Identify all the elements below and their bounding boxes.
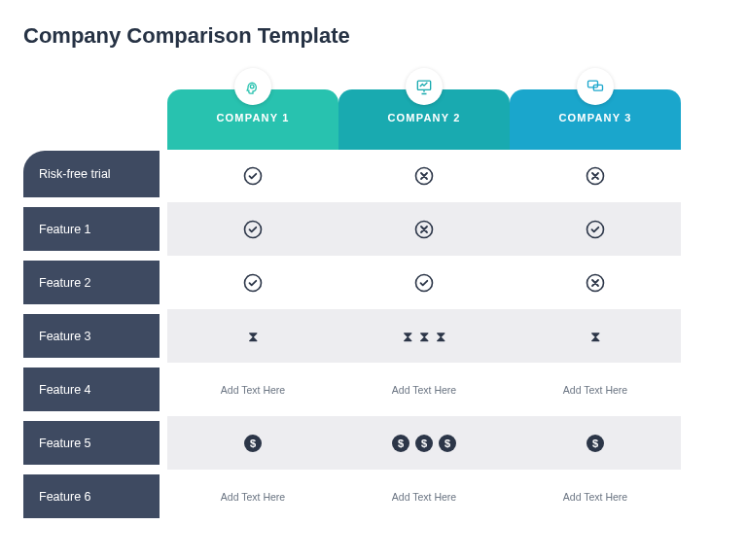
placeholder-text: Add Text Here — [392, 384, 456, 396]
placeholder-text-cell: Add Text Here — [167, 470, 338, 523]
dollar-icon-cell: $ — [167, 416, 338, 470]
dollar-icon: $ — [439, 435, 456, 452]
placeholder-text: Add Text Here — [221, 384, 285, 396]
placeholder-text-cell: Add Text Here — [338, 363, 510, 416]
row-label: Feature 6 — [23, 474, 160, 518]
check-icon-cell — [167, 146, 338, 202]
dollar-icon: $ — [392, 435, 409, 452]
hourglass-icon-cell: ⧗ — [510, 309, 681, 363]
comparison-table: COMPANY 1 COMPANY 2 CO — [23, 74, 724, 523]
hourglass-icon: ⧗ — [248, 328, 259, 345]
check-icon — [243, 220, 263, 239]
row-label: Feature 4 — [23, 368, 160, 411]
cross-icon — [586, 166, 605, 186]
cross-icon-cell — [338, 146, 510, 202]
cross-icon — [414, 166, 434, 186]
company-tab-3: COMPANY 3 — [510, 89, 681, 146]
check-icon — [414, 273, 434, 293]
table-row: Feature 3⧗⧗⧗⧗⧗ — [23, 309, 724, 363]
dollar-icon: $ — [244, 435, 262, 452]
row-label-wrap: Feature 3 — [23, 309, 160, 363]
check-icon — [586, 220, 605, 239]
head-gear-icon — [234, 68, 271, 105]
row-label: Feature 5 — [23, 421, 160, 465]
hourglass-icon: ⧗ — [590, 328, 601, 345]
cross-icon — [586, 273, 605, 293]
chat-icon — [577, 68, 614, 105]
row-label: Feature 3 — [23, 314, 160, 358]
placeholder-text: Add Text Here — [563, 491, 627, 503]
company-tab-1: COMPANY 1 — [167, 89, 338, 146]
table-row: Feature 5$$$$$ — [23, 416, 724, 470]
company-label-1: COMPANY 1 — [216, 112, 289, 123]
company-label-3: COMPANY 3 — [558, 112, 631, 123]
row-label: Feature 2 — [23, 261, 160, 304]
table-header-row: COMPANY 1 COMPANY 2 CO — [23, 74, 724, 146]
table-row: Feature 1 — [23, 202, 724, 256]
placeholder-text-cell: Add Text Here — [510, 363, 681, 416]
placeholder-text: Add Text Here — [563, 384, 627, 396]
placeholder-text: Add Text Here — [221, 491, 285, 503]
placeholder-text-cell: Add Text Here — [338, 470, 510, 523]
hourglass-icon: ⧗ — [419, 328, 430, 345]
dollar-icon: $ — [415, 435, 433, 452]
placeholder-text-cell: Add Text Here — [167, 363, 338, 416]
row-label: Feature 1 — [23, 207, 160, 251]
cross-icon-cell — [510, 256, 681, 309]
dollar-icon: $ — [587, 435, 604, 452]
cross-icon-cell — [510, 146, 681, 202]
check-icon-cell — [338, 256, 510, 309]
hourglass-icon-cell: ⧗ — [167, 309, 338, 363]
table-row: Risk-free trial — [23, 146, 724, 202]
check-icon-cell — [167, 256, 338, 309]
placeholder-text: Add Text Here — [392, 491, 456, 503]
svg-rect-2 — [588, 81, 598, 88]
presentation-icon — [406, 68, 443, 105]
check-icon — [243, 273, 263, 293]
svg-point-0 — [250, 85, 254, 88]
table-row: Feature 6Add Text HereAdd Text HereAdd T… — [23, 470, 724, 523]
table-row: Feature 2 — [23, 256, 724, 309]
dollar-icon-cell: $ — [510, 416, 681, 470]
row-label-wrap: Risk-free trial — [23, 146, 160, 202]
hourglass-icon-cell: ⧗⧗⧗ — [338, 309, 510, 363]
cross-icon — [414, 220, 434, 239]
check-icon-cell — [167, 202, 338, 256]
check-icon — [243, 166, 263, 186]
placeholder-text-cell: Add Text Here — [510, 470, 681, 523]
table-row: Feature 4Add Text HereAdd Text HereAdd T… — [23, 363, 724, 416]
company-label-2: COMPANY 2 — [387, 112, 460, 123]
company-tab-2: COMPANY 2 — [338, 89, 510, 146]
row-label-wrap: Feature 2 — [23, 256, 160, 309]
check-icon-cell — [510, 202, 681, 256]
dollar-icon-cell: $$$ — [338, 416, 510, 470]
row-label-wrap: Feature 4 — [23, 363, 160, 416]
row-label-wrap: Feature 6 — [23, 470, 160, 523]
row-label-wrap: Feature 1 — [23, 202, 160, 256]
page-title: Company Comparison Template — [23, 23, 724, 49]
row-label: Risk-free trial — [23, 151, 160, 197]
hourglass-icon: ⧗ — [403, 328, 413, 345]
hourglass-icon: ⧗ — [436, 328, 446, 345]
row-label-wrap: Feature 5 — [23, 416, 160, 470]
cross-icon-cell — [338, 202, 510, 256]
